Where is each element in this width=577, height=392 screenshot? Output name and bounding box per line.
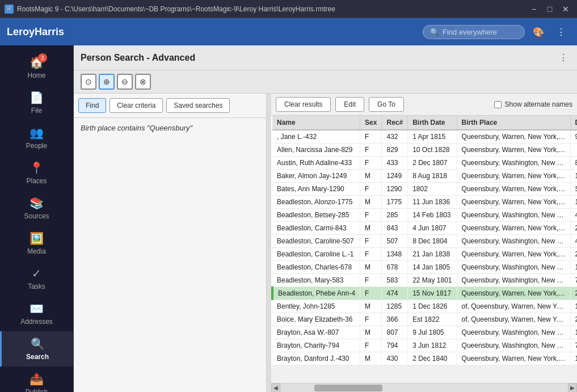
table-row[interactable]: Baker, Almon Jay-1249M12498 Aug 1818Quee… xyxy=(272,170,577,183)
table-row[interactable]: Brayton, Danford J.-430M4302 Dec 1840Que… xyxy=(272,352,577,365)
zoom-in-button[interactable]: ⊕ xyxy=(99,74,115,90)
table-cell: Queensbury, Washington, New York, xyxy=(457,157,570,170)
sidebar-item-media[interactable]: 🖼️ Media xyxy=(0,226,73,261)
table-row[interactable]: Boice, Mary Elizabeth-36F366Est 1822of, … xyxy=(272,313,577,326)
table-cell: 583 xyxy=(382,274,408,287)
global-search-box[interactable]: 🔍 xyxy=(423,25,525,39)
table-cell: Austin, Ruth Adaline-433 xyxy=(272,157,360,170)
table-row[interactable]: Beadleston, Charles-678M67814 Jan 1805Qu… xyxy=(272,261,577,274)
scroll-thumb[interactable] xyxy=(314,385,382,391)
page-options-button[interactable]: ⋮ xyxy=(557,50,570,65)
table-row[interactable]: Bates, Ann Mary-1290F12901802Queensbury,… xyxy=(272,183,577,196)
results-bar: Clear results Edit Go To Show alternate … xyxy=(271,94,577,116)
close-button[interactable]: ✕ xyxy=(559,2,572,16)
table-row[interactable]: , Jane L.-432F4321 Apr 1815Queensbury, W… xyxy=(272,130,577,144)
table-cell: 23 . xyxy=(570,222,577,235)
table-row[interactable]: Beadleston, Caroline-507F5078 Dec 1804Qu… xyxy=(272,235,577,248)
sidebar-item-publish[interactable]: 📤 Publish xyxy=(0,366,73,392)
table-cell: 19 xyxy=(570,170,577,183)
table-cell: 433 xyxy=(382,157,408,170)
table-cell: Queensbury, Washington, New York, xyxy=(457,274,570,287)
table-cell: F xyxy=(360,144,382,157)
table-cell: Beadleston, Alonzo-1775 xyxy=(272,196,360,209)
table-cell: Queensbury, Warren, New York, Unite xyxy=(457,183,570,196)
sidebar-item-search[interactable]: 🔍 Search xyxy=(0,331,73,366)
table-cell: Queensbury, Washington, New York, xyxy=(457,261,570,274)
table-row[interactable]: Bentley, John-1285M12851 Dec 1826of, Que… xyxy=(272,300,577,313)
table-row[interactable]: Beadleston, Carmi-843M8434 Jun 1807Queen… xyxy=(272,222,577,235)
zoom-fit-button[interactable]: ⊙ xyxy=(81,74,96,90)
people-icon: 👥 xyxy=(30,126,44,140)
maximize-button[interactable]: □ xyxy=(543,2,557,16)
minimize-button[interactable]: − xyxy=(527,2,541,16)
table-cell: Queensbury, Washington, New York, xyxy=(457,339,570,352)
global-search-input[interactable] xyxy=(443,28,522,36)
table-cell: Queensbury, Warren, New York, Unite xyxy=(457,144,570,157)
sidebar-item-home[interactable]: 🏠 Home 3 xyxy=(0,50,73,85)
table-cell: M xyxy=(360,300,382,313)
table-cell: 8 Aug 1818 xyxy=(408,170,457,183)
page-title: Person Search - Advanced xyxy=(81,53,195,63)
table-row[interactable]: Beadleston, Alonzo-1775M177511 Jun 1836Q… xyxy=(272,196,577,209)
table-cell: 22 May 1801 xyxy=(408,274,457,287)
results-table-container[interactable]: Name Sex Rec# Birth Date Birth Place De.… xyxy=(271,116,577,383)
table-cell: 13 . xyxy=(570,352,577,365)
saved-searches-button[interactable]: Saved searches xyxy=(166,98,230,113)
page-header: Person Search - Advanced ⋮ xyxy=(74,45,577,70)
table-cell: F xyxy=(360,339,382,352)
table-cell: F xyxy=(360,313,382,326)
table-cell: F xyxy=(360,183,382,196)
find-button[interactable]: Find xyxy=(78,98,106,113)
table-row[interactable]: Beadleston, Phebe Ann-4F47415 Nov 1817Qu… xyxy=(272,287,577,300)
home-badge: 3 xyxy=(38,53,47,62)
sidebar-item-file[interactable]: 📄 File xyxy=(0,85,73,120)
sidebar-item-people[interactable]: 👥 People xyxy=(0,120,73,155)
zoom-reset-button[interactable]: ⊗ xyxy=(135,74,151,90)
media-icon: 🖼️ xyxy=(30,231,44,245)
table-cell: 12 xyxy=(570,300,577,313)
clear-criteria-button[interactable]: Clear criteria xyxy=(109,98,163,113)
panel-splitter[interactable]: ⋮ xyxy=(267,94,271,392)
sidebar-item-addresses[interactable]: ✉️ Addresses xyxy=(0,296,73,331)
table-row[interactable]: Austin, Ruth Adaline-433F4332 Dec 1807Qu… xyxy=(272,157,577,170)
table-row[interactable]: Allen, Narcissa Jane-829F82910 Oct 1828Q… xyxy=(272,144,577,157)
table-cell: Queensbury, Warren, New York, Unite xyxy=(457,170,570,183)
col-rec: Rec# xyxy=(382,116,408,130)
sources-icon: 📚 xyxy=(30,196,44,210)
theme-button[interactable]: 🎨 xyxy=(529,23,547,41)
table-cell: F xyxy=(360,235,382,248)
scroll-right-arrow[interactable]: ▶ xyxy=(568,383,577,393)
table-cell: Boice, Mary Elizabeth-36 xyxy=(272,313,360,326)
header-right: 🔍 🎨 ⋮ xyxy=(423,23,570,41)
zoom-out-button[interactable]: ⊖ xyxy=(117,74,133,90)
go-to-button[interactable]: Go To xyxy=(369,97,404,112)
show-alternate-names-checkbox[interactable] xyxy=(494,101,502,108)
sidebar-item-tasks[interactable]: ✓ Tasks xyxy=(0,261,73,296)
table-cell: 10 Oct 1828 xyxy=(408,144,457,157)
more-options-button[interactable]: ⋮ xyxy=(552,23,570,41)
table-cell: 18£ xyxy=(570,196,577,209)
sidebar-item-places[interactable]: 📍 Places xyxy=(0,155,73,191)
table-cell: Beadleston, Caroline-507 xyxy=(272,235,360,248)
edit-button[interactable]: Edit xyxy=(335,97,364,112)
table-row[interactable]: Beadleston, Betsey-285F28514 Feb 1803Que… xyxy=(272,209,577,222)
sidebar-item-label: Addresses xyxy=(20,318,53,326)
table-row[interactable]: Brayton, Asa W.-807M8079 Jul 1805Queensb… xyxy=(272,326,577,339)
table-row[interactable]: Beadleston, Mary-583F58322 May 1801Queen… xyxy=(272,274,577,287)
app-title: LeroyHarris xyxy=(7,26,64,38)
table-cell: F xyxy=(360,157,382,170)
clear-results-button[interactable]: Clear results xyxy=(276,97,331,112)
table-cell: F xyxy=(360,274,382,287)
table-cell: Queensbury, Washington, New York, xyxy=(457,209,570,222)
table-cell: Beadleston, Phebe Ann-4 xyxy=(272,287,360,300)
scroll-left-arrow[interactable]: ◀ xyxy=(271,383,280,393)
title-bar-info: R RootsMagic 9 - C:\Users\harri\Document… xyxy=(5,5,335,14)
table-row[interactable]: Beadleston, Caroline L.-1F134821 Jan 183… xyxy=(272,248,577,261)
table-cell: 1290 xyxy=(382,183,408,196)
table-cell: 1348 xyxy=(382,248,408,261)
table-cell: M xyxy=(360,170,382,183)
horizontal-scrollbar[interactable]: ◀ ▶ xyxy=(271,383,577,392)
sidebar-item-sources[interactable]: 📚 Sources xyxy=(0,191,73,226)
table-cell: M xyxy=(360,196,382,209)
table-row[interactable]: Brayton, Charity-794F7943 Jun 1812Queens… xyxy=(272,339,577,352)
